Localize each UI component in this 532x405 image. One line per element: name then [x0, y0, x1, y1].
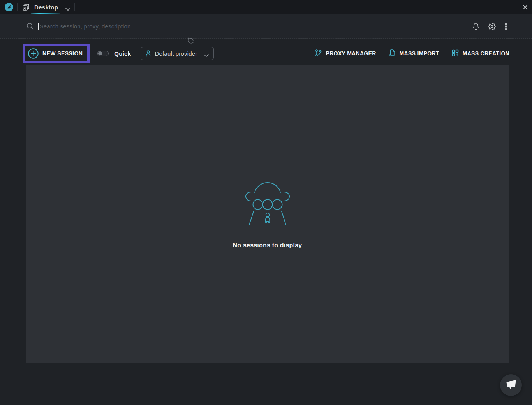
chevron-down-icon[interactable] [65, 5, 70, 9]
support-chat-button[interactable] [500, 374, 522, 396]
toolbar-actions: PROXY MANAGER MASS IMPORT [315, 49, 509, 58]
proxy-manager-button[interactable]: PROXY MANAGER [315, 49, 376, 58]
titlebar: Desktop [0, 0, 532, 14]
provider-dropdown-label: Default provider [155, 50, 197, 57]
titlebar-separator [74, 3, 75, 11]
search-icon [26, 23, 34, 30]
toolbar: NEW SESSION Quick Default provider [0, 40, 532, 67]
quick-toggle-label: Quick [114, 50, 131, 57]
proxy-manager-label: PROXY MANAGER [326, 50, 376, 56]
proxy-branch-icon [315, 49, 322, 58]
sessions-panel: No sessions to display [26, 65, 509, 363]
sessions-tab-icon [22, 3, 30, 11]
window-controls [490, 0, 532, 14]
mass-import-label: MASS IMPORT [400, 50, 439, 56]
new-session-button[interactable]: NEW SESSION [25, 46, 87, 61]
tab-desktop[interactable]: Desktop [18, 0, 74, 14]
gear-icon[interactable] [488, 23, 496, 30]
chevron-down-icon [204, 52, 209, 55]
file-plus-icon [388, 49, 396, 58]
minimize-icon[interactable] [490, 0, 504, 14]
app-logo-icon [5, 3, 13, 11]
quick-toggle-group: Quick [97, 50, 131, 57]
grid-plus-icon [451, 49, 459, 58]
kebab-menu-icon[interactable] [504, 22, 508, 31]
close-icon[interactable] [518, 0, 532, 14]
search-input[interactable] [40, 23, 168, 30]
text-caret [38, 23, 39, 30]
bell-icon[interactable] [472, 23, 480, 30]
toggle-knob [98, 51, 102, 55]
mass-creation-label: MASS CREATION [463, 50, 509, 56]
search-right-icons [472, 14, 508, 39]
quick-toggle[interactable] [97, 51, 109, 56]
chat-bubble-icon [505, 379, 517, 391]
empty-state-message: No sessions to display [233, 242, 302, 249]
provider-person-icon [146, 50, 151, 57]
ufo-illustration [244, 179, 291, 228]
mass-creation-button[interactable]: MASS CREATION [451, 49, 509, 58]
annotation-highlight: NEW SESSION [23, 44, 90, 63]
empty-state: No sessions to display [26, 179, 509, 249]
provider-dropdown[interactable]: Default provider [141, 47, 214, 60]
maximize-icon[interactable] [504, 0, 518, 14]
plus-circle-icon [28, 48, 39, 59]
search-bar [0, 14, 532, 39]
mass-import-button[interactable]: MASS IMPORT [388, 49, 439, 58]
app-window: Desktop [0, 0, 532, 405]
tab-label: Desktop [34, 4, 58, 11]
new-session-label: NEW SESSION [42, 50, 83, 56]
